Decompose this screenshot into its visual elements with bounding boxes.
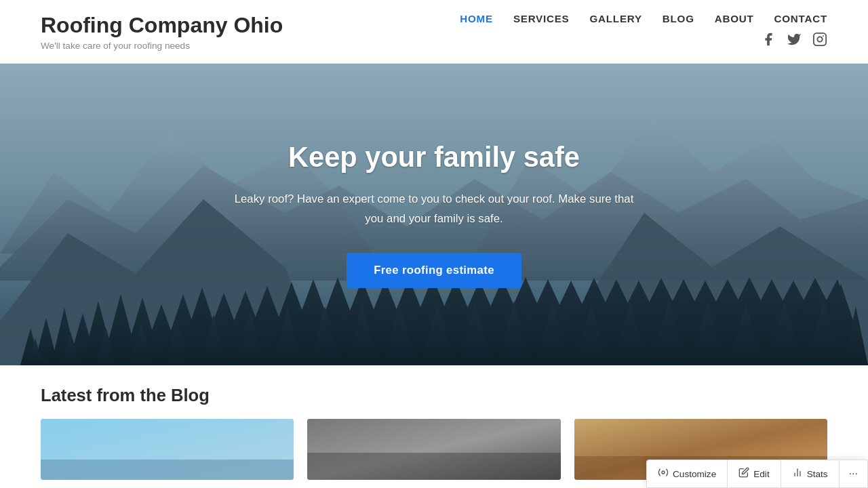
twitter-icon[interactable] (787, 32, 802, 50)
nav-link-home[interactable]: HOME (460, 13, 493, 24)
nav-link-contact[interactable]: CONTACT (774, 13, 827, 24)
nav-item-gallery[interactable]: GALLERY (590, 13, 642, 25)
wp-toolbar: Customize Edit Stats ··· (646, 460, 868, 488)
site-header: Roofing Company Ohio We'll take care of … (0, 0, 868, 64)
nav-link-gallery[interactable]: GALLERY (590, 13, 642, 24)
more-label: ··· (849, 468, 858, 480)
instagram-icon[interactable] (812, 32, 827, 50)
brand-title: Roofing Company Ohio (41, 12, 283, 38)
nav-link-about[interactable]: ABOUT (715, 13, 754, 24)
hero-section: Keep your family safe Leaky roof? Have a… (0, 64, 868, 365)
edit-icon (738, 467, 749, 481)
hero-subtitle: Leaky roof? Have an expert come to you t… (231, 190, 637, 228)
stats-button[interactable]: Stats (781, 460, 840, 487)
facebook-icon[interactable] (761, 32, 776, 50)
nav-item-contact[interactable]: CONTACT (774, 13, 827, 25)
nav-item-services[interactable]: SERVICES (513, 13, 570, 25)
edit-label: Edit (753, 469, 769, 479)
customize-icon (658, 467, 669, 481)
brand: Roofing Company Ohio We'll take care of … (41, 12, 283, 51)
svg-rect-66 (41, 460, 294, 480)
customize-button[interactable]: Customize (647, 460, 728, 487)
more-button[interactable]: ··· (840, 461, 867, 487)
edit-button[interactable]: Edit (728, 460, 781, 487)
nav-link-blog[interactable]: BLOG (663, 13, 694, 24)
nav-area: HOME SERVICES GALLERY BLOG ABOUT CONTACT (460, 13, 827, 50)
nav-link-services[interactable]: SERVICES (513, 13, 570, 24)
svg-point-71 (662, 471, 665, 474)
nav-item-home[interactable]: HOME (460, 13, 493, 25)
blog-card-2[interactable] (307, 419, 560, 480)
svg-rect-0 (814, 33, 826, 45)
brand-subtitle: We'll take care of your roofing needs (41, 41, 283, 51)
customize-label: Customize (673, 469, 716, 479)
cta-button[interactable]: Free roofing estimate (347, 253, 521, 288)
nav-item-about[interactable]: ABOUT (715, 13, 754, 25)
stats-icon (792, 467, 803, 481)
nav-links: HOME SERVICES GALLERY BLOG ABOUT CONTACT (460, 13, 827, 25)
social-icons (761, 32, 827, 50)
hero-content: Keep your family safe Leaky roof? Have a… (217, 141, 651, 288)
nav-item-blog[interactable]: BLOG (663, 13, 694, 25)
blog-section-title: Latest from the Blog (41, 386, 827, 405)
hero-title: Keep your family safe (231, 141, 637, 174)
svg-rect-68 (307, 453, 560, 480)
blog-card-1[interactable] (41, 419, 294, 480)
stats-label: Stats (807, 469, 828, 479)
